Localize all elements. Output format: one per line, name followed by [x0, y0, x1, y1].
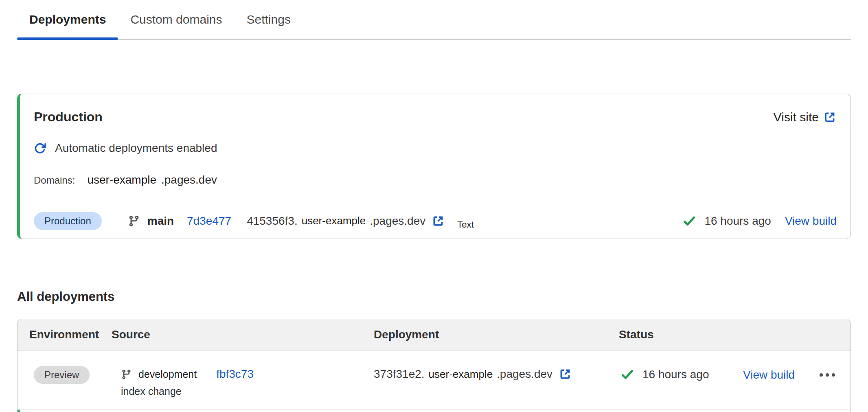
- deployment-url-host: user-example: [302, 215, 366, 227]
- deployment-status: 16 hours ago: [620, 368, 709, 381]
- tab-custom-domains[interactable]: Custom domains: [118, 0, 234, 39]
- deployment-url-link[interactable]: 415356f3. user-example .pages.dev: [247, 215, 444, 228]
- environment-badge: Preview: [34, 366, 90, 384]
- tab-bar: Deployments Custom domains Settings: [17, 0, 851, 40]
- production-card: Production Visit site Automa: [17, 94, 851, 239]
- commit-message: index change: [121, 386, 374, 397]
- next-row-peek: [18, 410, 850, 412]
- auto-deployments-text: Automatic deployments enabled: [55, 142, 217, 155]
- more-options-button[interactable]: [819, 373, 836, 377]
- column-header-source: Source: [112, 328, 374, 341]
- success-check-icon: [682, 214, 696, 228]
- deploy-time: 16 hours ago: [642, 368, 709, 381]
- deployment-url-suffix: .pages.dev: [497, 368, 552, 381]
- deploy-time: 16 hours ago: [704, 215, 771, 228]
- deployment-url-host: user-example: [429, 368, 493, 381]
- branch-name: main: [147, 215, 174, 228]
- external-link-icon: [559, 368, 571, 380]
- git-branch-icon: [121, 369, 132, 380]
- deployment-url-prefix: 373f31e2.: [374, 368, 425, 381]
- domain-suffix: .pages.dev: [161, 173, 217, 186]
- view-build-link[interactable]: View build: [743, 368, 795, 381]
- column-header-status: Status: [619, 328, 741, 341]
- more-options-icon: [819, 373, 836, 377]
- note-text: Text: [457, 219, 473, 230]
- deployment-url-suffix: .pages.dev: [370, 215, 425, 228]
- environment-badge: Production: [34, 212, 102, 230]
- commit-link[interactable]: 7d3e477: [187, 215, 231, 228]
- domain-name: user-example: [87, 173, 156, 186]
- tab-deployments[interactable]: Deployments: [17, 0, 118, 39]
- view-build-link[interactable]: View build: [785, 215, 837, 228]
- column-header-deployment: Deployment: [374, 328, 619, 341]
- git-branch-icon: [128, 215, 140, 227]
- success-check-icon: [620, 368, 634, 381]
- tab-settings[interactable]: Settings: [234, 0, 302, 39]
- visit-site-link[interactable]: Visit site: [774, 110, 836, 124]
- branch-name: development: [138, 368, 197, 380]
- refresh-icon: [34, 142, 46, 154]
- deployment-url-link[interactable]: 373f31e2. user-example .pages.dev: [374, 368, 571, 381]
- table-header-row: Environment Source Deployment Status: [18, 319, 850, 351]
- production-deployment-row: Production main 7d3e477 415356f3. user-e…: [20, 203, 850, 239]
- table-row: Preview development fbf3c73 index change…: [18, 351, 850, 410]
- column-header-environment: Environment: [29, 328, 112, 341]
- deployment-status: 16 hours ago: [682, 214, 771, 228]
- all-deployments-heading: All deployments: [17, 289, 851, 304]
- deployments-table: Environment Source Deployment Status Pre…: [17, 319, 851, 412]
- production-card-title: Production: [34, 110, 103, 125]
- external-link-icon: [432, 215, 444, 227]
- domains-label: Domains:: [34, 175, 75, 186]
- commit-link[interactable]: fbf3c73: [216, 368, 254, 381]
- deployment-url-prefix: 415356f3.: [247, 215, 298, 228]
- visit-site-label: Visit site: [774, 110, 819, 124]
- external-link-icon: [824, 111, 836, 123]
